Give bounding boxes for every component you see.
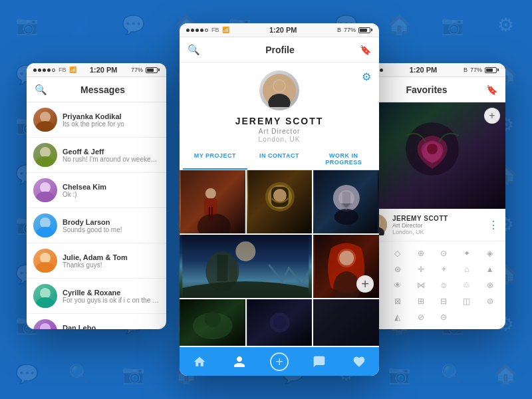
- favorites-phone: 1:20 PM B 77% Favorites 🔖: [359, 63, 505, 329]
- user-name: JEREMY SCOTT: [392, 215, 483, 222]
- grid-icon[interactable]: ⊠: [388, 295, 408, 308]
- bluetooth-icon: B: [464, 66, 467, 73]
- list-item[interactable]: Julie, Adam & Tom Thanks guys!: [27, 243, 166, 279]
- project-image[interactable]: [180, 235, 312, 298]
- grid-icon[interactable]: +: [434, 263, 454, 276]
- svg-point-47: [270, 313, 290, 332]
- phones-container: FB 📶 1:20 PM 77% 🔍 Messages: [13, 10, 519, 389]
- svg-point-40: [337, 249, 356, 267]
- signal-dots: FB 📶: [186, 27, 229, 33]
- carrier-label: FB: [211, 27, 219, 33]
- message-content: Dan Lebo The design is perfect!!!: [63, 324, 160, 330]
- bookmark-icon[interactable]: 🔖: [486, 84, 497, 95]
- tab-add[interactable]: +: [259, 352, 299, 371]
- project-image-grid: +: [180, 170, 379, 347]
- project-image[interactable]: [247, 170, 313, 233]
- project-image[interactable]: [180, 170, 245, 233]
- svg-point-0: [40, 112, 51, 122]
- svg-point-2: [40, 147, 51, 158]
- svg-point-42: [333, 271, 360, 298]
- grid-icon[interactable]: ⋈: [410, 279, 431, 292]
- grid-icon[interactable]: ⊙: [434, 247, 454, 260]
- grid-icon[interactable]: ⊜: [479, 295, 500, 308]
- svg-rect-34: [182, 235, 309, 298]
- tab-work-in-progress[interactable]: WORK IN PROGRESS: [311, 148, 376, 170]
- grid-icon[interactable]: ⊟: [434, 295, 454, 308]
- grid-icon[interactable]: ⊕: [410, 247, 431, 260]
- tab-profile[interactable]: [219, 352, 259, 371]
- grid-icon[interactable]: ✛: [410, 263, 431, 276]
- signal-dots: FB 📶: [33, 66, 76, 73]
- project-image[interactable]: [313, 170, 379, 233]
- grid-icon[interactable]: ⊗: [479, 279, 500, 292]
- status-bar-center: FB 📶 1:20 PM B 77%: [180, 23, 379, 37]
- grid-icon[interactable]: ✦: [457, 247, 477, 260]
- message-content: Brody Larson Sounds good to me!: [63, 218, 160, 233]
- bookmark-icon[interactable]: 🔖: [360, 45, 371, 55]
- svg-point-28: [273, 189, 287, 202]
- grid-icon[interactable]: ⊘: [410, 311, 431, 324]
- grid-icon[interactable]: ▲: [479, 263, 500, 276]
- tab-my-project[interactable]: MY PROJECT: [183, 148, 247, 170]
- list-item[interactable]: Brody Larson Sounds good to me!: [27, 208, 166, 243]
- grid-icon[interactable]: ◇: [388, 247, 408, 260]
- svg-point-20: [205, 188, 216, 199]
- search-icon[interactable]: 🔍: [188, 44, 200, 56]
- grid-icon[interactable]: ◫: [457, 295, 477, 308]
- favorites-nav: Favorites 🔖: [359, 77, 505, 102]
- add-button[interactable]: +: [356, 275, 374, 293]
- grid-icon[interactable]: ☺: [434, 279, 454, 292]
- grid-icon[interactable]: ⊛: [388, 263, 408, 276]
- bottom-tab-bar: +: [180, 347, 379, 376]
- svg-point-12: [40, 323, 51, 329]
- more-options-icon[interactable]: ⋮: [488, 219, 499, 231]
- sender-name: Chelsea Kim: [63, 183, 160, 191]
- battery-icon: [358, 27, 372, 33]
- tab-favorites[interactable]: [339, 352, 379, 371]
- tab-in-contact[interactable]: IN CONTACT: [247, 148, 312, 170]
- list-item[interactable]: Chelsea Kim Ok :): [27, 173, 166, 208]
- favorites-title: Favorites: [367, 84, 486, 95]
- project-image[interactable]: [180, 299, 245, 346]
- message-preview: For you guys is ok if i c on the app?: [63, 297, 160, 304]
- gear-icon[interactable]: ⚙: [362, 70, 371, 83]
- svg-point-45: [205, 311, 221, 327]
- grid-icon[interactable]: ◈: [479, 247, 500, 260]
- grid-icon[interactable]: 👁: [388, 279, 408, 292]
- tab-messages[interactable]: [299, 352, 339, 371]
- featured-image[interactable]: +: [359, 102, 505, 209]
- grid-icon[interactable]: ♲: [457, 279, 477, 292]
- avatar: [33, 143, 57, 167]
- grid-icon[interactable]: ◭: [388, 311, 408, 324]
- list-item[interactable]: Dan Lebo The design is perfect!!!: [27, 314, 166, 329]
- message-content: Cyrille & Roxane For you guys is ok if i…: [63, 289, 160, 304]
- svg-point-9: [36, 262, 55, 273]
- profile-job-title: Art Director: [259, 128, 301, 135]
- list-item[interactable]: Priyanka Kodikal Its ok the price for yo: [27, 102, 166, 138]
- project-image[interactable]: [313, 299, 379, 346]
- svg-rect-29: [315, 170, 378, 233]
- time-display: 1:20 PM: [90, 66, 118, 74]
- svg-point-6: [40, 217, 51, 228]
- search-icon[interactable]: 🔍: [35, 84, 47, 96]
- list-item[interactable]: Geoff & Jeff No rush! I'm around ov week…: [27, 138, 166, 173]
- project-image[interactable]: [247, 299, 313, 346]
- user-role: Art Director: [392, 222, 483, 229]
- svg-point-52: [427, 144, 438, 154]
- grid-icon[interactable]: ⊞: [410, 295, 431, 308]
- grid-icon[interactable]: ⌂: [457, 263, 477, 276]
- message-content: Chelsea Kim Ok :): [63, 183, 160, 198]
- grid-icon[interactable]: ⊝: [434, 311, 454, 324]
- tab-home[interactable]: [180, 352, 219, 371]
- battery-icon: [485, 67, 499, 73]
- profile-header: ⚙ JEREMY SCOTT Art Director London, UK: [180, 63, 379, 148]
- svg-point-33: [338, 190, 354, 206]
- messages-phone: FB 📶 1:20 PM 77% 🔍 Messages: [27, 63, 166, 329]
- status-bar-right: 1:20 PM B 77%: [359, 63, 505, 77]
- list-item[interactable]: Cyrille & Roxane For you guys is ok if i…: [27, 279, 166, 314]
- add-favorites-button[interactable]: +: [484, 108, 500, 124]
- favorite-user-card[interactable]: JEREMY SCOTT Art Director London, UK ⋮: [359, 209, 505, 241]
- user-location: London, UK: [392, 229, 483, 235]
- profile-avatar: [259, 70, 299, 110]
- svg-point-32: [334, 209, 358, 225]
